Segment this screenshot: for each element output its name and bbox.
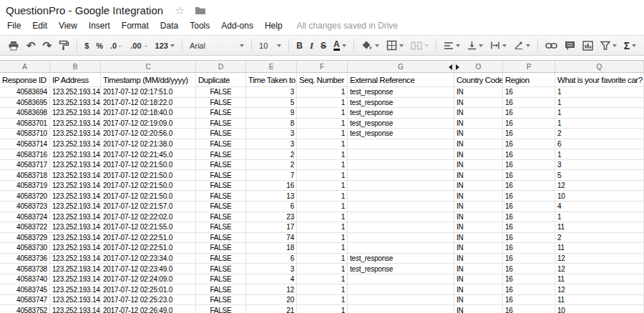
cell-D13[interactable]: FALSE — [196, 202, 246, 212]
cell-B13[interactable]: 123.252.193.148 — [50, 202, 101, 212]
cell-G4[interactable]: test_response — [348, 108, 454, 119]
cell-D6[interactable]: FALSE — [196, 129, 246, 139]
cell-B23[interactable]: 123.252.193.148 — [50, 305, 101, 313]
cell-G9[interactable] — [348, 160, 454, 171]
cell-O23[interactable]: IN — [454, 305, 503, 313]
cell-A20[interactable]: 40583740 — [0, 274, 50, 285]
cell-P22[interactable]: 16 — [503, 295, 555, 306]
cell-E11[interactable]: 16 — [246, 181, 297, 192]
cell-G6[interactable]: test_response — [348, 129, 454, 139]
cell-P17[interactable]: 16 — [503, 243, 555, 254]
cell-O11[interactable]: IN — [454, 181, 503, 192]
cell-F23[interactable]: 1 — [297, 305, 348, 313]
filter-icon[interactable] — [597, 37, 620, 54]
cell-C22[interactable]: 2017-07-12 02:25:23.0 — [101, 295, 196, 306]
cell-C16[interactable]: 2017-07-12 02:22:51.0 — [101, 233, 196, 244]
cell-P4[interactable]: 16 — [503, 108, 555, 119]
cell-O9[interactable]: IN — [454, 160, 503, 171]
cell-F3[interactable]: 1 — [297, 98, 348, 109]
cell-F5[interactable]: 1 — [297, 119, 348, 129]
cell-A6[interactable]: 40583710 — [0, 129, 50, 139]
increase-decimal-button[interactable]: .00→ — [127, 37, 150, 54]
cell-A13[interactable]: 40583723 — [0, 202, 50, 212]
cell-O8[interactable]: IN — [454, 149, 503, 160]
cell-A9[interactable]: 40583717 — [0, 160, 50, 171]
text-wrap-icon[interactable] — [487, 37, 509, 54]
cell-Q2[interactable]: 1 — [555, 87, 644, 98]
italic-button[interactable]: I — [307, 37, 316, 54]
cell-B2[interactable]: 123.252.193.148 — [50, 87, 101, 98]
font-size-dropdown[interactable]: 10 — [256, 37, 284, 54]
cell-D8[interactable]: FALSE — [196, 149, 246, 160]
cell-P19[interactable]: 16 — [503, 264, 555, 274]
cell-O16[interactable]: IN — [454, 233, 503, 244]
cell-D18[interactable]: FALSE — [196, 254, 246, 264]
column-header-B[interactable]: B — [50, 61, 101, 72]
cell-O2[interactable]: IN — [454, 87, 503, 98]
menu-edit[interactable]: Edit — [26, 19, 53, 32]
field-header-C[interactable]: Timestamp (MM/dd/yyyy) — [101, 73, 196, 87]
cell-G22[interactable] — [348, 295, 454, 306]
vertical-align-icon[interactable] — [464, 37, 486, 54]
cell-B15[interactable]: 123.252.193.148 — [50, 222, 101, 233]
cell-Q16[interactable]: 2 — [555, 233, 644, 244]
field-header-F[interactable]: Seq. Number — [297, 73, 348, 87]
menu-view[interactable]: View — [53, 19, 83, 32]
cell-E20[interactable]: 4 — [246, 274, 297, 285]
cell-D22[interactable]: FALSE — [196, 295, 246, 306]
cell-E6[interactable]: 3 — [246, 129, 297, 139]
cell-B18[interactable]: 123.252.193.148 — [50, 254, 101, 264]
cell-B3[interactable]: 123.252.193.148 — [50, 98, 101, 109]
cell-O13[interactable]: IN — [454, 202, 503, 212]
cell-Q11[interactable]: 12 — [555, 181, 644, 192]
column-header-G[interactable]: G — [348, 61, 454, 72]
cell-G15[interactable] — [348, 222, 454, 233]
cell-G20[interactable] — [348, 274, 454, 285]
field-header-D[interactable]: Duplicate — [196, 73, 246, 87]
cell-A15[interactable]: 40583722 — [0, 222, 50, 233]
cell-B12[interactable]: 123.252.193.148 — [50, 191, 101, 202]
cell-F7[interactable]: 1 — [297, 139, 348, 150]
cell-O10[interactable]: IN — [454, 170, 503, 181]
cell-C2[interactable]: 2017-07-12 02:17:51.0 — [101, 87, 196, 98]
cell-P6[interactable]: 16 — [503, 129, 555, 139]
cell-O19[interactable]: IN — [454, 264, 503, 274]
redo-icon[interactable]: ↷ — [40, 37, 55, 54]
percent-format-button[interactable]: % — [93, 37, 106, 54]
cell-E22[interactable]: 20 — [246, 295, 297, 306]
cell-P13[interactable]: 16 — [503, 202, 555, 212]
cell-D7[interactable]: FALSE — [196, 139, 246, 150]
cell-Q8[interactable]: 1 — [555, 149, 644, 160]
cell-D10[interactable]: FALSE — [196, 170, 246, 181]
merge-cells-icon[interactable] — [408, 37, 431, 54]
cell-P21[interactable]: 16 — [503, 284, 555, 295]
cell-P12[interactable]: 16 — [503, 191, 555, 202]
hidden-columns-left-arrow-icon[interactable] — [449, 64, 452, 70]
column-header-O[interactable]: O — [454, 61, 503, 72]
cell-P14[interactable]: 16 — [503, 212, 555, 223]
field-header-B[interactable]: IP Address — [50, 73, 101, 87]
cell-O3[interactable]: IN — [454, 98, 503, 109]
cell-B20[interactable]: 123.252.193.148 — [50, 274, 101, 285]
more-formats-button[interactable]: 123 — [152, 37, 177, 54]
menu-addons[interactable]: Add-ons — [215, 19, 259, 32]
cell-P2[interactable]: 16 — [503, 87, 555, 98]
cell-F18[interactable]: 1 — [297, 254, 348, 264]
cell-D21[interactable]: FALSE — [196, 284, 246, 295]
cell-G23[interactable] — [348, 305, 454, 313]
insert-link-icon[interactable] — [542, 37, 560, 54]
cell-C5[interactable]: 2017-07-12 02:19:09.0 — [101, 119, 196, 129]
column-header-C[interactable]: C — [101, 61, 196, 72]
cell-D3[interactable]: FALSE — [196, 98, 246, 109]
cell-E17[interactable]: 18 — [246, 243, 297, 254]
cell-A21[interactable]: 40583745 — [0, 284, 50, 295]
print-icon[interactable] — [5, 37, 22, 54]
column-header-P[interactable]: P — [503, 61, 555, 72]
folder-icon[interactable] — [195, 6, 206, 15]
cell-D15[interactable]: FALSE — [196, 222, 246, 233]
field-header-O[interactable]: Country Code — [454, 73, 503, 87]
cell-A18[interactable]: 40583736 — [0, 254, 50, 264]
cell-O20[interactable]: IN — [454, 274, 503, 285]
cell-Q17[interactable]: 11 — [555, 243, 644, 254]
cell-O7[interactable]: IN — [454, 139, 503, 150]
